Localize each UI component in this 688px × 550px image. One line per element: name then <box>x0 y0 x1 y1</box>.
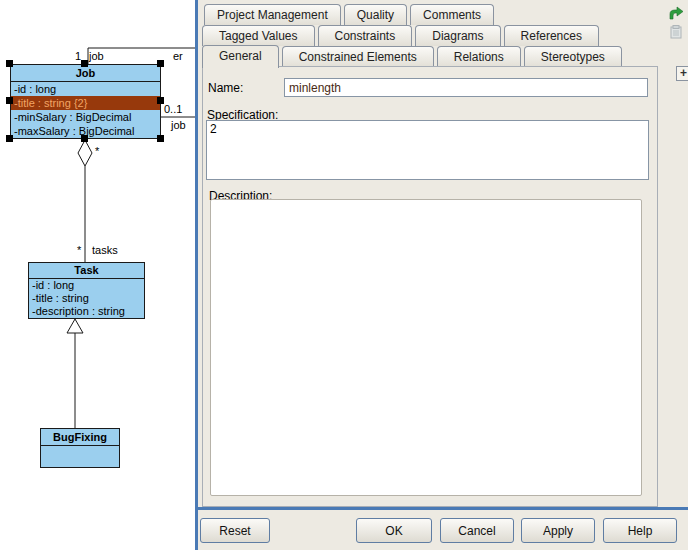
edge-role-label[interactable]: job <box>171 119 186 131</box>
tab-stereotypes[interactable]: Stereotypes <box>524 46 622 67</box>
edge-role-label[interactable]: tasks <box>92 244 118 256</box>
class-job-name[interactable]: Job <box>11 65 160 82</box>
edge-role-label-clipped[interactable]: er <box>173 50 183 62</box>
tab-diagrams[interactable]: Diagrams <box>415 25 500 46</box>
cancel-button[interactable]: Cancel <box>440 518 514 543</box>
class-bugfixing-name[interactable]: BugFixing <box>41 429 119 446</box>
description-textarea[interactable] <box>210 199 642 496</box>
reset-button[interactable]: Reset <box>200 518 270 543</box>
edge-multiplicity-label[interactable]: * <box>77 244 81 256</box>
class-job[interactable]: Job -id : long -title : string {2} -minS… <box>10 64 161 139</box>
button-bar-divider <box>198 507 688 510</box>
tab-project-management[interactable]: Project Management <box>204 4 341 25</box>
class-bugfixing[interactable]: BugFixing <box>40 428 120 468</box>
name-label: Name: <box>208 81 243 95</box>
class-job-attribute-title-selected[interactable]: -title : string {2} <box>11 96 160 110</box>
selection-handle[interactable] <box>6 60 13 67</box>
generalization-triangle[interactable] <box>67 319 83 333</box>
class-task-attribute-title[interactable]: -title : string <box>29 292 144 305</box>
selection-handle[interactable] <box>6 135 13 142</box>
application-window: Job -id : long -title : string {2} -minS… <box>0 0 688 550</box>
tab-comments[interactable]: Comments <box>410 4 494 25</box>
delete-icon[interactable] <box>668 24 684 40</box>
tab-references[interactable]: References <box>504 25 599 46</box>
specification-textarea[interactable]: 2 <box>206 120 649 180</box>
split-pane-divider[interactable] <box>195 0 198 550</box>
class-task-attribute-description[interactable]: -description : string <box>29 305 144 318</box>
tab-relations[interactable]: Relations <box>437 46 521 67</box>
ok-button[interactable]: OK <box>356 518 432 543</box>
tab-row: GeneralConstrained ElementsRelationsSter… <box>202 46 625 68</box>
selection-handle[interactable] <box>157 135 164 142</box>
name-input[interactable] <box>284 78 648 97</box>
edge-role-label[interactable]: job <box>89 50 104 62</box>
apply-button[interactable]: Apply <box>521 518 595 543</box>
tab-constrained-elements[interactable]: Constrained Elements <box>282 46 434 67</box>
aggregation-diamond[interactable] <box>78 140 92 166</box>
tab-tagged-values[interactable]: Tagged Values <box>202 25 315 46</box>
class-bugfixing-empty-compartment <box>41 446 119 468</box>
class-task-attribute-id[interactable]: -id : long <box>29 279 144 292</box>
tab-row: Project ManagementQualityComments <box>204 4 497 25</box>
class-job-attribute-id[interactable]: -id : long <box>11 82 160 96</box>
edge-multiplicity-label[interactable]: * <box>95 145 99 157</box>
edge-multiplicity-label[interactable]: 0..1 <box>164 103 182 115</box>
class-task[interactable]: Task -id : long -title : string -descrip… <box>28 262 145 319</box>
tab-quality[interactable]: Quality <box>344 4 407 25</box>
tab-general[interactable]: General <box>202 45 279 68</box>
selection-handle[interactable] <box>81 60 88 67</box>
help-button[interactable]: Help <box>603 518 677 543</box>
selection-handle[interactable] <box>157 97 164 104</box>
go-up-icon[interactable] <box>668 6 684 22</box>
properties-panel: Project ManagementQualityComments Tagged… <box>198 0 688 550</box>
selection-handle[interactable] <box>81 135 88 142</box>
selection-handle[interactable] <box>6 97 13 104</box>
selection-handle[interactable] <box>157 60 164 67</box>
expand-button[interactable]: + <box>676 66 688 81</box>
tab-row: Tagged ValuesConstraintsDiagramsReferenc… <box>202 25 602 46</box>
tab-constraints[interactable]: Constraints <box>318 25 413 46</box>
class-task-name[interactable]: Task <box>29 263 144 279</box>
class-job-attribute-minsalary[interactable]: -minSalary : BigDecimal <box>11 110 160 124</box>
